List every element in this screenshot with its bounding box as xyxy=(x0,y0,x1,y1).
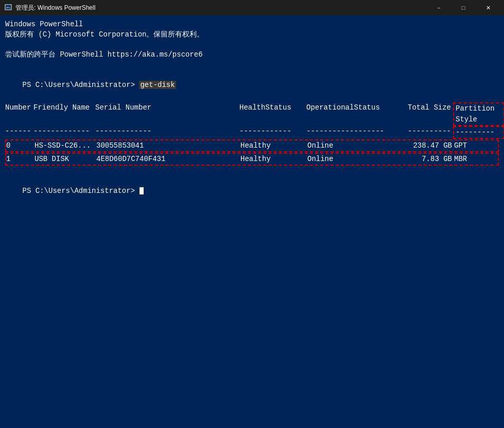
sep-size: ---------- xyxy=(404,126,453,139)
title-bar-icon: PS xyxy=(4,4,12,12)
sep-operational: ------------------ xyxy=(306,126,404,139)
row0-friendly: HS-SSD-C26... xyxy=(34,140,96,151)
row0-partition: GPT xyxy=(454,140,504,151)
row1-partition: MBR xyxy=(454,154,504,165)
header-size: Total Size xyxy=(404,102,453,126)
table-row-1: 1 USB DISK 4E8D60D7C740F431 Healthy Onli… xyxy=(5,153,499,166)
header-number: Number xyxy=(5,102,33,126)
copyright-line: 版权所有 (C) Microsoft Corporation。保留所有权利。 xyxy=(5,30,499,40)
header-health: HealthStatus xyxy=(239,102,306,126)
final-prompt-line: PS C:\Users\Administrator> xyxy=(5,176,499,206)
sep-number: ------ xyxy=(5,126,33,139)
header-operational: OperationalStatus xyxy=(306,102,404,126)
command-prompt-line: PS C:\Users\Administrator> get-disk xyxy=(5,70,499,100)
prompt-prefix: PS C:\Users\Administrator> xyxy=(23,81,140,89)
row0-serial: 30055853041 xyxy=(96,140,240,151)
svg-text:PS: PS xyxy=(6,6,10,10)
row1-size: 7.83 GB xyxy=(405,154,454,165)
row1-serial: 4E8D60D7C740F431 xyxy=(96,154,240,165)
row1-number: 1 xyxy=(6,154,34,165)
command-text: get-disk xyxy=(139,81,176,89)
header-partition: PartitionStyle xyxy=(453,102,504,126)
title-bar-title: 管理员: Windows PowerShell xyxy=(15,4,427,12)
title-bar-controls: － □ ✕ xyxy=(427,0,500,15)
powershell-title-line: Windows PowerShell xyxy=(5,20,499,30)
title-bar: PS 管理员: Windows PowerShell － □ ✕ xyxy=(0,0,504,15)
sep-health: ------------ xyxy=(239,126,306,139)
table-header-row: Number Friendly Name Serial Number Healt… xyxy=(5,102,499,126)
header-serial: Serial Number xyxy=(95,102,239,126)
header-friendly: Friendly Name xyxy=(33,102,95,126)
row0-size: 238.47 GB xyxy=(405,140,454,151)
blank-line-2 xyxy=(5,60,499,70)
table-separator-row: ------ ------------- ------------- -----… xyxy=(5,126,499,139)
row0-number: 0 xyxy=(6,140,34,151)
blank-line-3 xyxy=(5,166,499,176)
sep-friendly: ------------- xyxy=(33,126,95,139)
terminal: Windows PowerShell 版权所有 (C) Microsoft Co… xyxy=(0,15,504,428)
row0-health: Healthy xyxy=(240,140,307,151)
minimize-button[interactable]: － xyxy=(427,0,450,15)
table-area: Number Friendly Name Serial Number Healt… xyxy=(5,102,499,166)
table-row-0: 0 HS-SSD-C26... 30055853041 Healthy Onli… xyxy=(5,139,499,152)
blank-line-1 xyxy=(5,40,499,50)
cursor xyxy=(140,187,144,194)
final-prompt-text: PS C:\Users\Administrator> xyxy=(23,187,140,195)
row1-friendly: USB DISK xyxy=(34,154,96,165)
close-button[interactable]: ✕ xyxy=(476,0,500,15)
maximize-button[interactable]: □ xyxy=(451,0,475,15)
sep-serial: ------------- xyxy=(95,126,239,139)
row0-operational: Online xyxy=(307,140,405,151)
row1-operational: Online xyxy=(307,154,405,165)
row1-health: Healthy xyxy=(240,154,307,165)
sep-partition: --------- xyxy=(453,126,504,139)
pscore-line: 尝试新的跨平台 PowerShell https://aka.ms/pscore… xyxy=(5,50,499,60)
